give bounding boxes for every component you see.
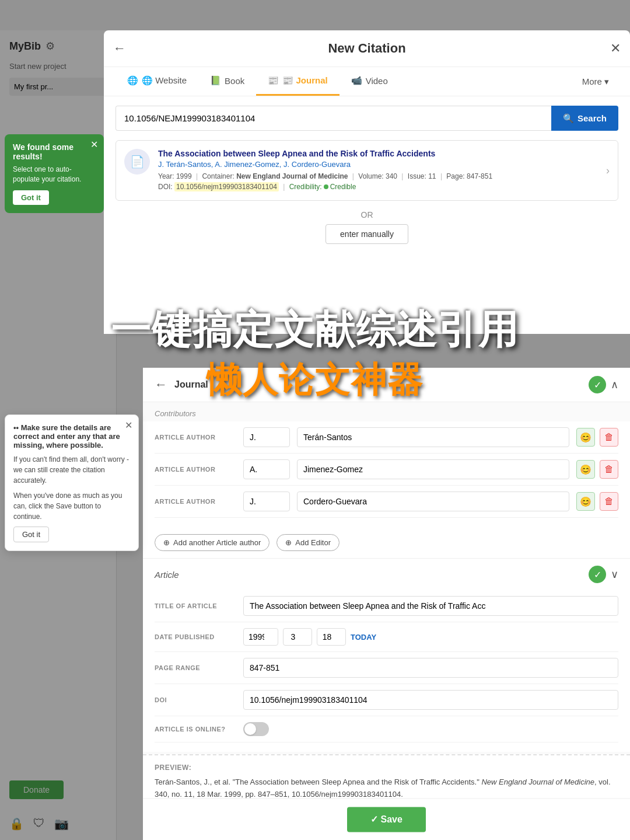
modal2-check: ✓ ∧ [589, 376, 618, 393]
tooltip1-text: Select one to auto-populate your citatio… [13, 165, 96, 184]
day-input[interactable] [317, 628, 346, 646]
preview-label: PREVIEW: [155, 764, 618, 772]
author1-last-input[interactable] [297, 427, 569, 447]
result-container: Container: New England Journal of Medici… [202, 172, 348, 180]
online-toggle[interactable] [243, 722, 269, 736]
author3-actions: 😊 🗑 [576, 492, 618, 511]
tab-website[interactable]: 🌐 🌐 Website [116, 67, 198, 96]
tooltip2-got-it-button[interactable]: Got it [13, 527, 49, 542]
result-page: Page: 847-851 [446, 172, 492, 180]
online-label: ARTICLE IS ONLINE? [155, 726, 236, 733]
tooltip2-text2: When you've done as much as you can, cli… [13, 490, 130, 522]
author-row-2: ARTICLE AUTHOR 😊 🗑 [155, 454, 618, 486]
author3-person-button[interactable]: 😊 [576, 492, 595, 511]
credibility-badge: Credibility: Credible [289, 182, 356, 192]
result-authors: J. Terán-Santos, A. Jimenez-Gomez, J. Co… [158, 160, 610, 169]
modal-back-button[interactable]: ← [113, 41, 126, 56]
chevron-up-button[interactable]: ∧ [611, 378, 618, 391]
modal2-header: ← Journal ✓ ∧ [143, 368, 630, 402]
add-author-section: ⊕ Add another Article author ⊕ Add Edito… [143, 527, 630, 558]
author2-delete-button[interactable]: 🗑 [600, 460, 618, 479]
preview-text: Terán-Santos, J., et al. "The Associatio… [155, 776, 618, 801]
author3-first-input[interactable] [243, 492, 290, 511]
result-icon: 📄 [124, 149, 150, 175]
tab-more[interactable]: More ▾ [573, 68, 618, 95]
result-title: The Association between Sleep Apnea and … [158, 149, 610, 158]
author1-person-button[interactable]: 😊 [576, 428, 595, 447]
result-volume: Volume: 340 [358, 172, 397, 180]
article-chevron-button[interactable]: ∨ [611, 568, 618, 581]
month-input[interactable] [283, 628, 312, 646]
book-icon: 📗 [210, 75, 221, 86]
date-label: DATE PUBLISHED [155, 633, 236, 640]
author1-first-input[interactable] [243, 427, 290, 447]
author-row-1: ARTICLE AUTHOR 😊 🗑 [155, 421, 618, 454]
result-year: Year: 1999 [158, 172, 192, 180]
doi-input[interactable] [243, 690, 618, 710]
modal2-title: Journal [174, 379, 208, 390]
author2-first-input[interactable] [243, 459, 290, 479]
page-range-input[interactable] [243, 658, 618, 678]
modal-close-button[interactable]: ✕ [610, 41, 621, 56]
doi-label: DOI [155, 696, 236, 703]
year-input[interactable] [243, 628, 278, 646]
save-button[interactable]: ✓ Save [347, 807, 426, 832]
citation-tabs: 🌐 🌐 Website 📗 Book 📰 📰 Journal 📹 Video M… [104, 67, 630, 96]
contributors-form: ARTICLE AUTHOR 😊 🗑 ARTICLE AUTHOR 😊 🗑 AR… [143, 421, 630, 527]
author2-label: ARTICLE AUTHOR [155, 466, 236, 473]
search-icon: 🔍 [563, 113, 574, 124]
tooltip2-close-button[interactable]: ✕ [125, 420, 132, 431]
tab-book[interactable]: 📗 Book [198, 67, 256, 96]
author1-actions: 😊 🗑 [576, 428, 618, 447]
credible-dot [324, 184, 328, 189]
result-issue: Issue: 11 [408, 172, 436, 180]
search-input[interactable] [116, 106, 551, 131]
or-divider: OR [104, 201, 630, 224]
check-circle: ✓ [589, 376, 606, 393]
page-range-row: PAGE RANGE [155, 652, 618, 684]
plus-circle-icon: ⊕ [163, 538, 170, 547]
tooltip1-close-button[interactable]: ✕ [90, 139, 98, 150]
tooltip-found-results: ✕ We found some results! Select one to a… [5, 134, 104, 213]
modal-header: ← New Citation ✕ [104, 30, 630, 67]
toggle-knob [244, 723, 256, 735]
modal-title: New Citation [328, 41, 405, 56]
article-section-header: Article ✓ ∨ [143, 558, 630, 590]
search-button[interactable]: 🔍 Search [551, 106, 618, 131]
page-range-label: PAGE RANGE [155, 664, 236, 671]
search-section: 🔍 Search [104, 96, 630, 140]
article-check-circle: ✓ [589, 566, 606, 583]
date-row: DATE PUBLISHED TODAY [155, 622, 618, 652]
title-label: TITLE OF ARTICLE [155, 602, 236, 609]
tab-journal[interactable]: 📰 📰 Journal [256, 67, 339, 96]
tooltip2-text1: If you can't find them all, don't worry … [13, 454, 130, 486]
save-section: ✓ Save [143, 798, 630, 840]
citation-form-modal: ← Journal ✓ ∧ Contributors ARTICLE AUTHO… [143, 368, 630, 840]
author2-actions: 😊 🗑 [576, 460, 618, 479]
modal2-back-button[interactable]: ← [155, 377, 167, 392]
add-article-author-button[interactable]: ⊕ Add another Article author [155, 534, 270, 551]
add-editor-button[interactable]: ⊕ Add Editor [276, 534, 340, 551]
new-citation-modal: ← New Citation ✕ 🌐 🌐 Website 📗 Book 📰 📰 … [104, 30, 630, 334]
result-arrow: › [606, 165, 610, 177]
journal-icon: 📰 [268, 75, 279, 86]
tooltip1-got-it-button[interactable]: Got it [13, 190, 49, 205]
author2-person-button[interactable]: 😊 [576, 460, 595, 479]
article-check: ✓ ∨ [589, 566, 618, 583]
enter-manually-button[interactable]: enter manually [326, 224, 408, 244]
today-button[interactable]: TODAY [351, 630, 376, 644]
plus-circle-icon2: ⊕ [285, 538, 292, 547]
result-meta: Year: 1999 | Container: New England Jour… [158, 171, 610, 192]
tooltip-make-sure: ✕ •• Make sure the details are correct a… [5, 414, 139, 551]
tab-video[interactable]: 📹 Video [340, 67, 400, 96]
title-row: TITLE OF ARTICLE [155, 590, 618, 622]
author1-delete-button[interactable]: 🗑 [600, 428, 618, 447]
website-icon: 🌐 [127, 75, 138, 86]
author3-delete-button[interactable]: 🗑 [600, 492, 618, 511]
title-input[interactable] [243, 596, 618, 616]
author2-last-input[interactable] [297, 459, 569, 479]
author1-label: ARTICLE AUTHOR [155, 434, 236, 441]
author3-last-input[interactable] [297, 492, 569, 511]
search-result-card[interactable]: 📄 The Association between Sleep Apnea an… [116, 140, 618, 201]
author-row-3: ARTICLE AUTHOR 😊 🗑 [155, 486, 618, 518]
